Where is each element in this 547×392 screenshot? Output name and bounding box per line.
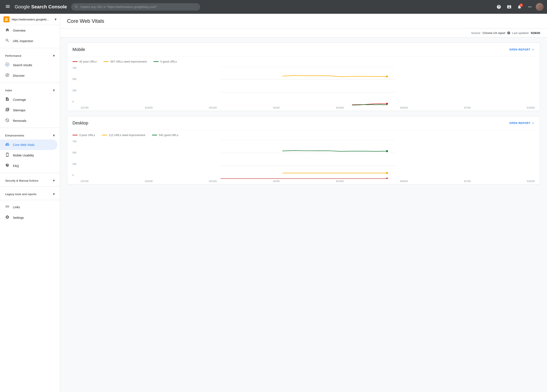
desktop-needs-improvement-label: 112 URLs need improvement <box>109 134 145 137</box>
notification-badge: 5 <box>520 3 523 7</box>
mobile-good-label: 0 good URLs <box>160 60 177 63</box>
desktop-card-header: Desktop OPEN REPORT <box>67 116 540 130</box>
links-icon <box>5 204 9 210</box>
svg-point-7 <box>386 103 388 105</box>
sidebar-item-mobile-usability[interactable]: Mobile Usability <box>0 150 57 161</box>
discover-icon <box>5 73 9 78</box>
links-label: Links <box>13 205 20 209</box>
sitemaps-label: Sitemaps <box>13 108 25 112</box>
desktop-legend: 0 poor URLs 112 URLs need improvement 54… <box>67 130 540 138</box>
last-updated-date: 5/26/20 <box>531 31 540 35</box>
nav-divider-5 <box>0 186 60 187</box>
property-chevron-icon: ▾ <box>55 17 56 22</box>
mobile-card: Mobile OPEN REPORT 42 poor URLs 567 URLs… <box>67 43 540 111</box>
coverage-icon <box>5 97 9 102</box>
account-search-button[interactable] <box>505 3 513 11</box>
settings-label: Settings <box>13 216 24 219</box>
sidebar-item-sitemaps[interactable]: Sitemaps <box>0 105 57 115</box>
search-icon <box>75 5 78 9</box>
security-section-header[interactable]: Security & Manual Actions ▾ <box>0 175 60 185</box>
mobile-open-report-button[interactable]: OPEN REPORT <box>509 48 535 51</box>
source-help-icon[interactable] <box>507 31 510 35</box>
security-section-title: Security & Manual Actions <box>5 179 38 182</box>
core-web-vitals-label: Core Web Vitals <box>13 143 35 147</box>
url-inspection-bar[interactable] <box>71 3 200 11</box>
faq-icon <box>5 163 9 169</box>
sidebar-item-overview[interactable]: Overview <box>0 25 57 36</box>
performance-chevron-icon: ▾ <box>53 53 55 58</box>
settings-icon <box>5 215 9 220</box>
app-logo: Google Search Console <box>15 4 67 10</box>
mobile-legend-good: 0 good URLs <box>154 60 177 63</box>
core-web-vitals-icon <box>5 142 9 148</box>
index-section-title: Index <box>5 89 12 92</box>
google-g-icon: G <box>5 62 9 68</box>
svg-point-6 <box>386 75 388 77</box>
search-icon <box>5 38 9 44</box>
legacy-chevron-icon: ▾ <box>53 192 55 196</box>
svg-point-14 <box>386 150 388 152</box>
svg-point-15 <box>386 172 388 174</box>
property-icon <box>3 16 9 22</box>
mobile-usability-label: Mobile Usability <box>13 154 34 157</box>
security-chevron-icon: ▾ <box>53 178 55 183</box>
desktop-legend-needs-improvement: 112 URLs need improvement <box>102 134 145 137</box>
property-url-label: https://webmasters.googlebl... <box>12 18 53 21</box>
sidebar-item-removals[interactable]: Removals <box>0 115 57 126</box>
index-chevron-icon: ▾ <box>53 88 55 93</box>
topnav-actions: 5 <box>494 3 544 11</box>
apps-button[interactable] <box>526 3 534 11</box>
sidebar-item-settings[interactable]: Settings <box>0 212 57 223</box>
desktop-card: Desktop OPEN REPORT 0 poor URLs 112 URLs… <box>67 116 540 184</box>
main-content: Core Web Vitals Source: Chrome UX report… <box>60 14 547 392</box>
sidebar-item-search-results[interactable]: G Search results <box>0 60 57 70</box>
mobile-title: Mobile <box>72 47 85 52</box>
coverage-label: Coverage <box>13 98 26 101</box>
search-input[interactable] <box>80 5 197 9</box>
source-label: Source: <box>471 31 481 35</box>
menu-icon[interactable] <box>3 2 12 12</box>
sidebar: https://webmasters.googlebl... ▾ Overvie… <box>0 14 60 392</box>
source-name: Chrome UX report <box>483 31 505 35</box>
mobile-needs-improvement-label: 567 URLs need improvement <box>110 60 147 63</box>
avatar[interactable] <box>536 3 544 11</box>
desktop-legend-good: 542 good URLs <box>152 134 178 137</box>
svg-point-16 <box>386 178 388 179</box>
sidebar-item-discover[interactable]: Discover <box>0 70 57 81</box>
top-navigation: Google Search Console 5 <box>0 0 547 14</box>
nav-divider-4 <box>0 173 60 173</box>
sidebar-item-url-inspection[interactable]: URL inspection <box>0 36 57 46</box>
removals-icon <box>5 118 9 123</box>
home-icon <box>5 28 9 33</box>
main-layout: https://webmasters.googlebl... ▾ Overvie… <box>0 14 547 392</box>
desktop-poor-label: 0 poor URLs <box>79 134 95 137</box>
mobile-legend-poor: 42 poor URLs <box>72 60 96 63</box>
nav-divider-1 <box>0 48 60 48</box>
page-header: Core Web Vitals <box>60 14 547 29</box>
mobile-poor-label: 42 poor URLs <box>79 60 96 63</box>
index-section-header[interactable]: Index ▾ <box>0 84 60 94</box>
desktop-open-report-button[interactable]: OPEN REPORT <box>509 122 535 125</box>
help-button[interactable] <box>494 3 503 11</box>
desktop-title: Desktop <box>72 121 88 126</box>
legacy-section-title: Legacy tools and reports <box>5 193 37 196</box>
enhancements-section-header[interactable]: Enhancements ▾ <box>0 130 60 140</box>
property-selector[interactable]: https://webmasters.googlebl... ▾ <box>0 14 60 25</box>
page-title: Core Web Vitals <box>67 18 104 24</box>
nav-divider-2 <box>0 82 60 83</box>
source-bar: Source: Chrome UX report Last updated: 5… <box>60 29 547 37</box>
removals-label: Removals <box>13 119 26 122</box>
notifications-button[interactable]: 5 <box>515 3 524 11</box>
mobile-legend: 42 poor URLs 567 URLs need improvement 0… <box>67 56 540 65</box>
sidebar-item-core-web-vitals[interactable]: Core Web Vitals <box>0 140 57 150</box>
mobile-chart-svg: 1 <box>81 67 535 105</box>
legacy-section-header[interactable]: Legacy tools and reports ▾ <box>0 188 60 198</box>
sidebar-item-links[interactable]: Links <box>0 202 57 212</box>
enhancements-chevron-icon: ▾ <box>53 133 55 138</box>
sidebar-item-coverage[interactable]: Coverage <box>0 94 57 105</box>
performance-section-header[interactable]: Performance ▾ <box>0 50 60 60</box>
nav-divider-6 <box>0 200 60 200</box>
desktop-chart-svg: 1 <box>81 140 535 179</box>
faq-label: FAQ <box>13 164 19 168</box>
sidebar-item-faq[interactable]: FAQ <box>0 161 57 171</box>
